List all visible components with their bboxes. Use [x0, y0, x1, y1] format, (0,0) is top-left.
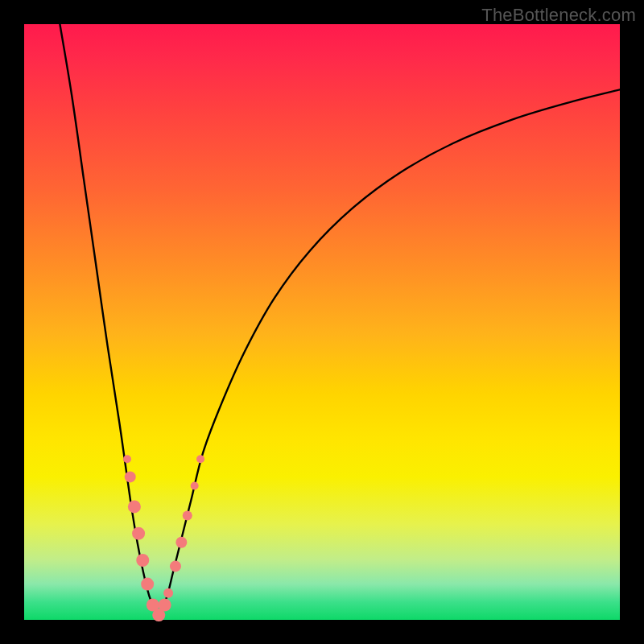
data-point	[128, 500, 141, 513]
curve-right-curve	[159, 89, 621, 617]
data-point	[132, 527, 145, 540]
data-point	[123, 455, 131, 463]
data-point	[125, 471, 136, 482]
markers-layer	[123, 455, 204, 621]
data-point	[196, 455, 204, 463]
data-point	[183, 511, 192, 521]
data-point	[191, 482, 199, 490]
data-point	[170, 560, 181, 572]
data-point	[141, 578, 154, 591]
data-point	[163, 588, 173, 598]
data-point	[175, 537, 187, 548]
curves-layer	[60, 24, 620, 617]
curve-left-curve	[60, 24, 158, 617]
data-point	[159, 599, 171, 612]
data-point	[136, 554, 149, 567]
chart-svg	[0, 0, 644, 644]
